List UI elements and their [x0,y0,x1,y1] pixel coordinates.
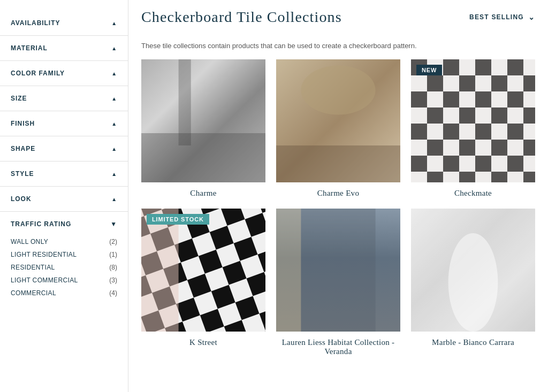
traffic-light-residential-label: LIGHT RESIDENTIAL [11,251,77,258]
filter-look-header[interactable]: LOOK ▲ [11,195,117,203]
product-name-charme-evo: Charme Evo [317,189,359,198]
filter-style-arrow: ▲ [111,171,117,177]
filter-traffic-rating-header[interactable]: TRAFFIC RATING ▼ [11,220,117,228]
svg-rect-1 [141,133,265,182]
filter-shape-label: SHAPE [11,145,35,152]
filter-style-header[interactable]: STYLE ▲ [11,170,117,178]
product-image-marble [411,209,535,332]
main-content: These tile collections contain products … [128,31,548,392]
filter-look-arrow: ▲ [111,196,117,202]
filter-finish[interactable]: FINISH ▲ [0,111,128,136]
product-name-kstreet: K Street [189,338,217,347]
product-name-checkmate: Checkmate [454,189,492,198]
filter-finish-label: FINISH [11,120,35,127]
filter-finish-arrow: ▲ [111,121,117,127]
filter-color-family-label: COLOR FAMILY [11,70,65,77]
filter-material-label: MATERIAL [11,44,48,52]
filter-material-header[interactable]: MATERIAL ▲ [11,44,117,52]
filter-style-label: STYLE [11,170,34,178]
badge-new: NEW [416,65,442,75]
filter-availability-header[interactable]: AVAILABILITY ▲ [11,19,117,27]
product-name-lauren: Lauren Liess Habitat Collection - Verand… [276,338,400,356]
filter-style[interactable]: STYLE ▲ [0,162,128,187]
sort-dropdown[interactable]: BEST SELLING ⌄ [469,13,535,21]
filter-availability-label: AVAILABILITY [11,19,60,27]
traffic-light-commercial[interactable]: LIGHT COMMERCIAL (3) [11,274,117,287]
filter-size-arrow: ▲ [111,96,117,102]
svg-point-4 [301,66,375,115]
filter-availability[interactable]: AVAILABILITY ▲ [0,11,128,36]
page-description: These tile collections contain products … [141,42,535,50]
traffic-wall-only-label: WALL ONLY [11,238,48,245]
traffic-light-residential[interactable]: LIGHT RESIDENTIAL (1) [11,248,117,261]
filter-size-header[interactable]: SIZE ▲ [11,95,117,102]
traffic-wall-only[interactable]: WALL ONLY (2) [11,235,117,248]
traffic-commercial[interactable]: COMMERCIAL (4) [11,287,117,299]
product-image-charme [141,59,265,182]
traffic-light-commercial-count: (3) [109,276,117,284]
filter-color-family-header[interactable]: COLOR FAMILY ▲ [11,70,117,77]
badge-limited-stock: LIMITED STOCK [147,214,209,225]
traffic-light-residential-count: (1) [109,251,117,258]
traffic-commercial-label: COMMERCIAL [11,289,56,297]
product-card-checkmate[interactable]: NEW Checkmate [411,59,535,198]
page-title: Checkerboard Tile Collections [141,9,342,26]
svg-rect-2 [179,59,191,145]
product-card-charme-evo[interactable]: Charme Evo [276,59,400,198]
product-card-charme[interactable]: Charme [141,59,265,198]
product-image-charme-evo [276,59,400,182]
filter-color-family[interactable]: COLOR FAMILY ▲ [0,61,128,86]
traffic-residential-label: RESIDENTIAL [11,264,55,271]
svg-rect-17 [141,209,179,332]
product-name-marble: Marble - Bianco Carrara [432,338,514,347]
filter-traffic-rating-label: TRAFFIC RATING [11,220,71,228]
svg-rect-5 [276,145,400,182]
svg-rect-27 [411,209,535,332]
sidebar: AVAILABILITY ▲ MATERIAL ▲ COLOR FAMILY ▲… [0,0,128,392]
filter-traffic-rating-arrow: ▼ [110,220,117,228]
svg-rect-19 [301,209,375,332]
traffic-wall-only-count: (2) [109,238,117,245]
traffic-light-commercial-label: LIGHT COMMERCIAL [11,276,78,284]
filter-availability-arrow: ▲ [111,20,117,26]
traffic-residential-count: (8) [109,264,117,271]
product-image-checkmate: NEW [411,59,535,182]
filter-shape-header[interactable]: SHAPE ▲ [11,145,117,152]
product-image-lauren [276,209,400,332]
filter-finish-header[interactable]: FINISH ▲ [11,120,117,127]
filter-look-label: LOOK [11,195,32,203]
product-name-charme: Charme [190,189,216,198]
svg-rect-20 [276,209,301,332]
filter-look[interactable]: LOOK ▲ [0,187,128,212]
sort-label: BEST SELLING [469,13,524,21]
product-image-kstreet: LIMITED STOCK [141,209,265,332]
filter-material[interactable]: MATERIAL ▲ [0,36,128,61]
product-card-kstreet[interactable]: LIMITED STOCK K Street [141,209,265,356]
top-bar: Checkerboard Tile Collections BEST SELLI… [128,0,548,31]
chevron-down-icon: ⌄ [528,13,535,21]
filter-size-label: SIZE [11,95,27,102]
svg-rect-11 [411,59,535,182]
product-grid: Charme [141,59,535,356]
filter-size[interactable]: SIZE ▲ [0,86,128,111]
traffic-commercial-count: (4) [109,289,117,297]
filter-traffic-rating: TRAFFIC RATING ▼ WALL ONLY (2) LIGHT RES… [0,212,128,308]
filter-color-family-arrow: ▲ [111,71,117,76]
filter-material-arrow: ▲ [111,45,117,51]
traffic-residential[interactable]: RESIDENTIAL (8) [11,261,117,274]
product-card-lauren[interactable]: Lauren Liess Habitat Collection - Verand… [276,209,400,356]
filter-shape-arrow: ▲ [111,146,117,152]
product-card-marble[interactable]: Marble - Bianco Carrara [411,209,535,356]
filter-shape[interactable]: SHAPE ▲ [0,136,128,162]
